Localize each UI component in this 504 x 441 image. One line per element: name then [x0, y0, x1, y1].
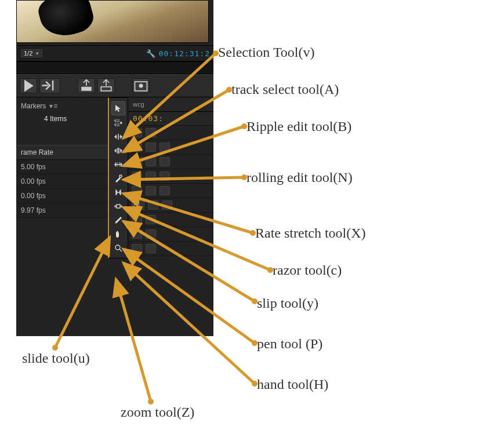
video-frame-content	[35, 0, 96, 41]
table-row[interactable]: 0.00 fps	[16, 189, 108, 203]
audio-track-label: A1	[132, 201, 144, 210]
label-hand: hand tool(H)	[257, 377, 328, 392]
column-header-framerate[interactable]: rame Rate	[16, 145, 108, 160]
svg-rect-9	[117, 205, 120, 208]
premiere-app-fragment: 1/2 ▼ 🔧 00:12:31:2 Markers ▾≡	[16, 0, 213, 336]
table-row[interactable]: 9.97 fps	[16, 203, 108, 218]
slide-tool[interactable]	[112, 200, 125, 213]
label-track-select: track select tool(A)	[231, 82, 339, 97]
label-pen: pen tool (P)	[257, 336, 322, 352]
svg-point-34	[148, 399, 154, 404]
svg-point-10	[116, 221, 117, 223]
panel-tab-label: Markers	[21, 102, 46, 110]
selection-tool[interactable]	[111, 101, 125, 115]
transport-bar	[16, 74, 213, 97]
svg-point-4	[139, 84, 143, 88]
sequence-tab[interactable]: wcg	[128, 97, 213, 112]
program-monitor-controls: 1/2 ▼ 🔧 00:12:31:2	[16, 45, 213, 61]
timeline-timecode: 00:03:	[128, 112, 213, 125]
label-slip: slip tool(y)	[257, 296, 318, 311]
rate-stretch-tool[interactable]	[112, 158, 125, 171]
razor-tool[interactable]	[112, 172, 125, 185]
settings-wrench-icon[interactable]: 🔧	[146, 49, 155, 58]
svg-rect-7	[115, 124, 119, 126]
play-button[interactable]	[20, 78, 37, 93]
timeline-panel: wcg 00:03: A1	[128, 97, 213, 256]
timeline-track-header[interactable]: A1	[128, 198, 213, 213]
export-frame-button[interactable]	[132, 78, 150, 93]
timeline-track-header[interactable]	[128, 227, 213, 242]
project-panel: Markers ▾≡ 4 Items rame Rate 5.00 fps 0.…	[16, 97, 108, 218]
svg-point-11	[115, 245, 120, 250]
svg-point-32	[52, 345, 58, 351]
label-rate-stretch: Rate stretch tool(X)	[255, 225, 366, 241]
label-slide: slide tool(u)	[22, 351, 90, 366]
svg-point-8	[119, 175, 122, 177]
panel-menu-icon[interactable]: ▾≡	[49, 102, 58, 110]
rolling-edit-tool[interactable]	[112, 144, 125, 157]
track-select-tool[interactable]	[112, 116, 125, 129]
program-monitor-preview	[16, 0, 209, 43]
resolution-dropdown[interactable]: 1/2 ▼	[20, 48, 43, 59]
timeline-track-header[interactable]	[128, 140, 213, 155]
timeline-track-header[interactable]	[128, 184, 213, 198]
project-item-count: 4 Items	[16, 112, 108, 129]
lift-button[interactable]	[78, 78, 95, 93]
timeline-track-header[interactable]	[128, 213, 213, 227]
hand-tool[interactable]	[112, 228, 125, 240]
timeline-track-header[interactable]	[128, 155, 213, 169]
chevron-down-icon: ▼	[35, 51, 39, 56]
ripple-edit-tool[interactable]	[112, 130, 125, 143]
program-timecode: 00:12:31:2	[159, 49, 210, 58]
label-razor: razor tool(c)	[273, 263, 342, 278]
svg-marker-0	[24, 80, 34, 92]
svg-rect-2	[101, 87, 111, 91]
insert-button[interactable]	[39, 78, 60, 93]
table-row[interactable]: 0.00 fps	[16, 174, 108, 189]
label-ripple: Ripple edit tool(B)	[246, 119, 351, 134]
panel-divider	[16, 61, 213, 74]
label-rolling: rolling edit tool(N)	[246, 170, 353, 185]
zoom-tool[interactable]	[112, 242, 125, 254]
table-row[interactable]: 5.00 fps	[16, 160, 108, 174]
timeline-track-header[interactable]	[128, 126, 213, 140]
tools-panel	[108, 97, 128, 258]
resolution-value: 1/2	[24, 50, 32, 57]
svg-rect-1	[81, 87, 92, 91]
timeline-track-header[interactable]	[128, 242, 213, 256]
label-selection: Selection Tool(v)	[218, 45, 315, 60]
pen-tool[interactable]	[112, 214, 125, 227]
svg-marker-5	[115, 105, 121, 112]
label-zoom: zoom tool(Z)	[121, 404, 194, 420]
timeline-track-headers: A1	[128, 125, 213, 256]
extract-button[interactable]	[97, 78, 115, 93]
svg-rect-6	[115, 120, 119, 122]
slip-tool[interactable]	[112, 186, 125, 199]
project-panel-header[interactable]: Markers ▾≡	[16, 100, 108, 112]
timeline-track-header[interactable]	[128, 169, 213, 184]
